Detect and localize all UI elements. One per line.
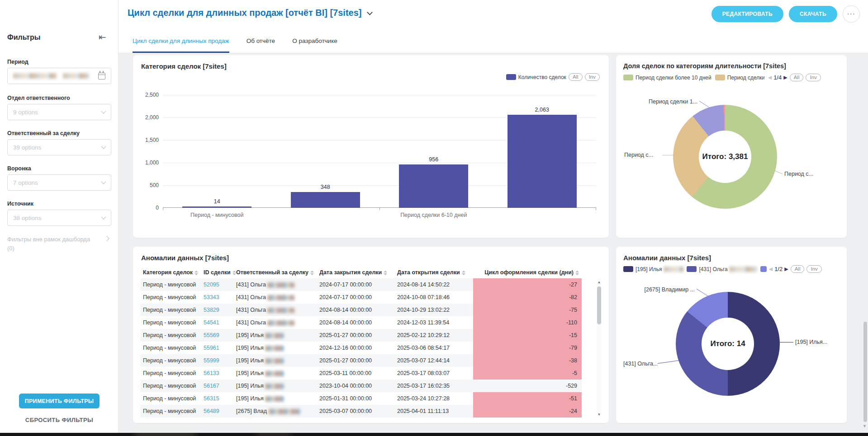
tab-deal-cycle[interactable]: Цикл сделки для длинных продаж xyxy=(133,38,229,53)
more-menu-button[interactable]: ⋯ xyxy=(843,5,860,23)
legend-all-button[interactable]: All xyxy=(569,73,583,81)
legend-next-page-icon[interactable]: ▶ xyxy=(784,266,788,272)
duration-donut-legend: Период сделки более 10 дней Период сделк… xyxy=(623,74,842,81)
scroll-down-icon[interactable]: ▼ xyxy=(597,413,601,417)
responsible-name: [431] Ольга xyxy=(236,319,267,326)
table-scrollbar-thumb[interactable] xyxy=(597,286,601,324)
cell-deal-id-link[interactable]: 56133 xyxy=(201,367,233,380)
page-scrollbar-thumb[interactable] xyxy=(863,322,867,422)
cell-close-date: 2025-03-11 00:00:00 xyxy=(317,367,394,380)
download-button[interactable]: СКАЧАТЬ xyxy=(789,6,837,22)
scroll-up-icon[interactable]: ▲ xyxy=(597,280,601,284)
funnel-select[interactable]: 7 options xyxy=(7,174,111,191)
chevron-down-icon[interactable] xyxy=(367,9,373,15)
redacted-name xyxy=(267,320,294,326)
legend-swatch xyxy=(623,75,633,80)
cell-deal-id-link[interactable]: 56315 xyxy=(201,392,233,405)
funnel-label: Воронка xyxy=(7,165,31,172)
col-open-date[interactable]: Дата открытия сделки xyxy=(394,267,473,278)
col-responsible[interactable]: Ответственный за сделку xyxy=(233,267,317,278)
redacted-name xyxy=(267,282,294,288)
bar-group: 14 xyxy=(163,95,271,208)
cell-deal-id-link[interactable]: 53829 xyxy=(201,304,233,316)
cell-cycle-days: -27 xyxy=(473,278,582,291)
period-date-input[interactable] xyxy=(7,68,111,84)
redacted-name xyxy=(729,267,757,272)
col-cycle-days[interactable]: Цикл оформления сделки (дни) xyxy=(473,267,582,278)
bar[interactable] xyxy=(291,192,360,208)
x-tick-label xyxy=(271,212,380,218)
legend-swatch xyxy=(715,75,725,80)
bar-group: 348 xyxy=(271,95,380,208)
bar[interactable] xyxy=(182,206,251,208)
cell-deal-id-link[interactable]: 55999 xyxy=(201,354,233,367)
cell-category: Период - минусовой xyxy=(140,380,201,392)
cell-category: Период - минусовой xyxy=(140,367,201,380)
legend-next-page-icon[interactable]: ▶ xyxy=(783,75,787,80)
responsible-select[interactable]: 39 options xyxy=(7,139,111,155)
y-tick: 1,000 xyxy=(145,159,159,166)
bar[interactable] xyxy=(399,164,468,208)
col-deal-id[interactable]: ID сделки xyxy=(201,267,233,278)
tab-about-report[interactable]: Об отчёте xyxy=(247,38,275,53)
bottom-edge-strip xyxy=(0,433,868,436)
report-title[interactable]: Цикл сделки для длинных продаж [отчёт BI… xyxy=(128,8,372,18)
table-scrollbar[interactable]: ▲ ▼ xyxy=(597,279,602,417)
apply-filters-button[interactable]: ПРИМЕНИТЬ ФИЛЬТРЫ xyxy=(19,394,100,408)
legend-all-button[interactable]: All xyxy=(790,74,804,81)
table-row: Период - минусовой54541[431] Ольга 2024-… xyxy=(140,316,582,329)
donut-callout-right: Период с... xyxy=(784,171,813,177)
cell-category: Период - минусовой xyxy=(140,278,201,291)
collapse-sidebar-icon[interactable]: ⇤ xyxy=(99,32,106,42)
tab-about-developer[interactable]: О разработчике xyxy=(292,38,337,53)
filters-sidebar: Фильтры ⇤ Период Отдел ответственного 9 … xyxy=(0,0,119,436)
legend-label: Период сделки xyxy=(727,75,764,81)
cell-cycle-days: -5 xyxy=(473,367,582,380)
source-select[interactable]: 38 options xyxy=(7,210,111,226)
legend-all-button[interactable]: All xyxy=(791,265,805,273)
chevron-down-icon xyxy=(101,108,106,113)
responsible-name: [2675] Влад xyxy=(236,408,269,414)
donut-callout-top: Период сделки 1... xyxy=(634,98,697,105)
legend-inv-button[interactable]: Inv xyxy=(806,74,821,81)
cell-cycle-days: -79 xyxy=(473,342,582,354)
legend-prev-page-icon[interactable]: ◀ xyxy=(769,266,773,272)
bar-group: 956 xyxy=(379,95,488,208)
legend-inv-button[interactable]: Inv xyxy=(585,73,600,81)
cell-close-date: 2025-01-27 00:00:00 xyxy=(317,329,394,342)
cell-responsible: [195] Илья xyxy=(233,367,317,380)
responsible-name: [195] Илья xyxy=(236,332,265,338)
legend-prev-page-icon[interactable]: ◀ xyxy=(768,75,772,80)
chevron-right-icon[interactable] xyxy=(104,236,109,241)
responsible-name: [195] Илья xyxy=(236,383,265,389)
page-scroll-down-icon[interactable]: ▼ xyxy=(863,424,867,428)
cell-deal-id-link[interactable]: 54541 xyxy=(201,316,233,329)
legend-inv-button[interactable]: Inv xyxy=(806,265,821,273)
calendar-icon[interactable] xyxy=(98,73,105,80)
reset-filters-button[interactable]: СБРОСИТЬ ФИЛЬТРЫ xyxy=(0,417,119,423)
outside-filters-link[interactable]: Фильтры вне рамок дашборда (0) xyxy=(7,235,98,253)
cell-category: Период - минусовой xyxy=(140,354,201,367)
col-close-date[interactable]: Дата закрытия сделки xyxy=(317,267,394,278)
sort-icon xyxy=(575,271,579,275)
cell-deal-id-link[interactable]: 55569 xyxy=(201,329,233,342)
table-row: Период - минусовой56167[195] Илья 2023-1… xyxy=(140,380,582,392)
department-select[interactable]: 9 options xyxy=(7,104,111,120)
cell-deal-id-link[interactable]: 56167 xyxy=(201,380,233,392)
cell-cycle-days: -24 xyxy=(473,405,582,417)
x-tick-mark xyxy=(163,208,163,210)
cell-close-date: 2025-01-27 00:00:00 xyxy=(317,354,394,367)
table-row: Период - минусовой56489[2675] Влад 2025-… xyxy=(140,405,582,417)
cell-open-date: 2024-12-03 11:39:54 xyxy=(394,316,473,329)
edit-button[interactable]: РЕДАКТИРОВАТЬ xyxy=(711,6,783,22)
donut-callout-left: Период с... xyxy=(624,152,653,158)
col-category[interactable]: Категория сделок xyxy=(140,267,201,278)
cell-deal-id-link[interactable]: 53343 xyxy=(201,291,233,304)
bar[interactable] xyxy=(508,115,577,208)
anomalies-donut-legend: [195] Илья [431] Ольга ◀ 1/2 ▶ All Inv xyxy=(623,265,843,273)
cell-deal-id-link[interactable]: 55961 xyxy=(201,342,233,354)
cell-deal-id-link[interactable]: 52095 xyxy=(201,278,233,291)
cell-deal-id-link[interactable]: 56489 xyxy=(201,405,233,417)
bi-dashboard-page: BI Конструктор Цикл сделки для длинных п… xyxy=(0,0,868,436)
donut-callout-right: [195] Илья... xyxy=(795,339,827,345)
